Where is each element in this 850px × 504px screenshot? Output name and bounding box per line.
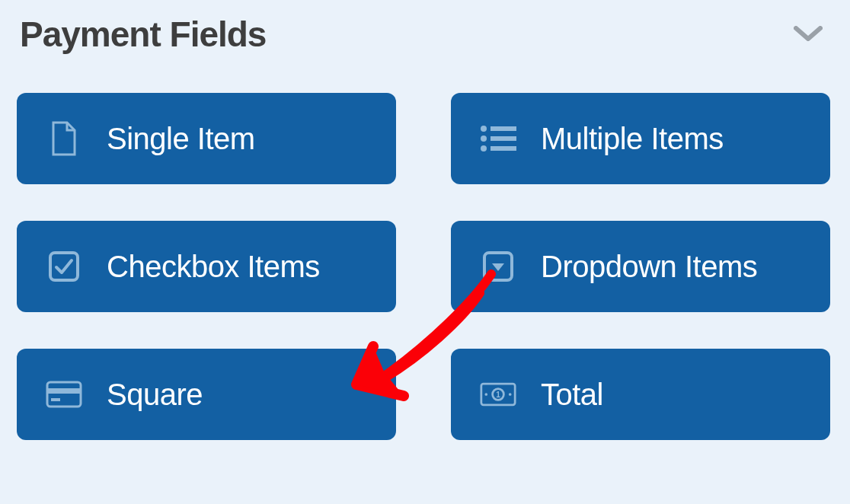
field-square[interactable]: Square xyxy=(17,349,396,440)
field-checkbox-items[interactable]: Checkbox Items xyxy=(17,221,396,312)
svg-rect-10 xyxy=(51,398,60,401)
svg-point-4 xyxy=(481,145,487,152)
dropdown-icon xyxy=(480,248,516,285)
svg-point-0 xyxy=(481,126,487,132)
fields-grid: Single Item Multiple Items Checkbox Item… xyxy=(0,70,850,440)
credit-card-icon xyxy=(46,376,82,413)
field-multiple-items[interactable]: Multiple Items xyxy=(451,93,830,184)
svg-point-2 xyxy=(481,136,487,142)
field-label: Single Item xyxy=(107,122,255,156)
svg-point-14 xyxy=(484,393,487,396)
section-title: Payment Fields xyxy=(20,14,266,55)
svg-rect-1 xyxy=(491,126,516,131)
section-header[interactable]: Payment Fields xyxy=(0,0,850,70)
list-icon xyxy=(480,120,516,157)
chevron-down-icon xyxy=(794,20,823,49)
checkbox-icon xyxy=(46,248,82,285)
svg-point-15 xyxy=(509,393,512,396)
field-total[interactable]: 1 Total xyxy=(451,349,830,440)
field-label: Square xyxy=(107,378,203,412)
file-icon xyxy=(46,120,82,157)
svg-rect-9 xyxy=(47,388,81,394)
svg-rect-6 xyxy=(50,253,78,280)
field-dropdown-items[interactable]: Dropdown Items xyxy=(451,221,830,312)
field-single-item[interactable]: Single Item xyxy=(17,93,396,184)
field-label: Multiple Items xyxy=(541,122,724,156)
svg-rect-3 xyxy=(491,136,516,141)
svg-rect-5 xyxy=(491,146,516,151)
field-label: Dropdown Items xyxy=(541,250,757,284)
money-icon: 1 xyxy=(480,376,516,413)
svg-rect-8 xyxy=(47,382,81,407)
svg-text:1: 1 xyxy=(496,391,500,399)
field-label: Checkbox Items xyxy=(107,250,320,284)
field-label: Total xyxy=(541,378,603,412)
